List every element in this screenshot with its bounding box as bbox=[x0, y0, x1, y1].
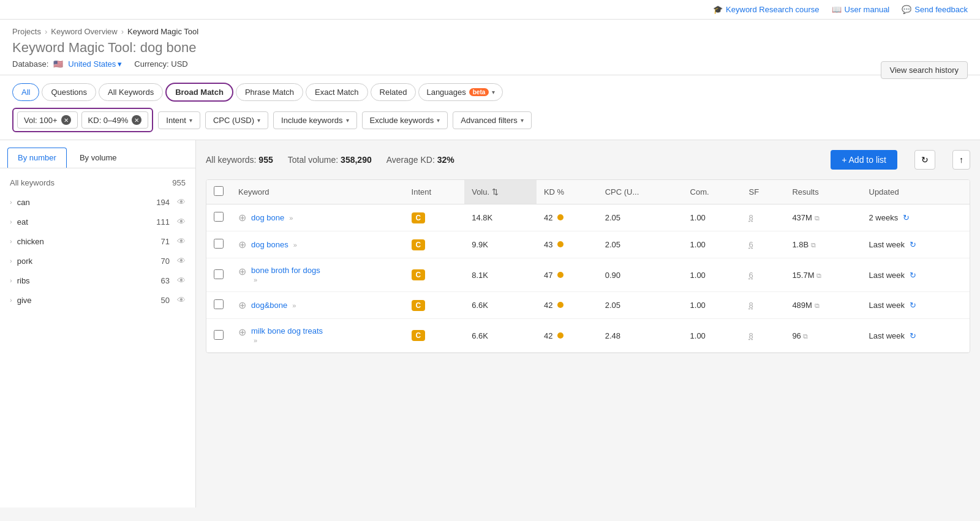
refresh-icon[interactable]: ↻ bbox=[910, 240, 916, 249]
refresh-icon[interactable]: ↻ bbox=[910, 271, 916, 280]
refresh-button[interactable]: ↻ bbox=[914, 150, 935, 170]
refresh-icon[interactable]: ↻ bbox=[910, 331, 916, 340]
add-keyword-icon[interactable]: ⊕ bbox=[238, 266, 246, 277]
country-selector[interactable]: United States ▾ bbox=[68, 59, 122, 69]
table-row: ⊕ dog&bone » C6.6K42 2.051.008489M ⧉Last… bbox=[206, 292, 970, 319]
com-cell: 1.00 bbox=[683, 292, 742, 319]
row-checkbox[interactable] bbox=[214, 239, 224, 249]
sf-value[interactable]: 6 bbox=[749, 271, 753, 280]
cpc-dropdown[interactable]: CPC (USD) ▾ bbox=[205, 111, 268, 129]
row-checkbox[interactable] bbox=[214, 330, 224, 340]
kd-filter-remove[interactable]: ✕ bbox=[132, 115, 141, 125]
results-col-header[interactable]: Results bbox=[785, 180, 861, 204]
add-keyword-icon[interactable]: ⊕ bbox=[238, 299, 246, 311]
advanced-filters-dropdown[interactable]: Advanced filters ▾ bbox=[453, 111, 532, 129]
row-checkbox[interactable] bbox=[214, 299, 224, 309]
tab-broad-match[interactable]: Broad Match bbox=[165, 83, 233, 102]
tab-all[interactable]: All bbox=[12, 83, 39, 101]
keyword-expand-arrows[interactable]: » bbox=[254, 337, 257, 344]
kd-col-header[interactable]: KD % bbox=[537, 180, 598, 204]
sf-col-header[interactable]: SF bbox=[742, 180, 785, 204]
add-to-list-button[interactable]: + Add to list bbox=[831, 150, 897, 170]
results-cell: 15.7M ⧉ bbox=[785, 258, 861, 292]
add-keyword-icon[interactable]: ⊕ bbox=[238, 212, 246, 223]
sf-value[interactable]: 8 bbox=[749, 301, 753, 310]
add-keyword-icon[interactable]: ⊕ bbox=[238, 239, 246, 250]
eye-icon[interactable]: 👁 bbox=[177, 295, 186, 305]
sidebar-tab-by-number[interactable]: By number bbox=[7, 148, 67, 168]
cpc-cell: 2.05 bbox=[598, 292, 683, 319]
tab-phrase-match[interactable]: Phrase Match bbox=[236, 83, 303, 101]
keyword-expand-arrows[interactable]: » bbox=[254, 276, 257, 283]
include-keywords-dropdown[interactable]: Include keywords ▾ bbox=[273, 111, 356, 129]
com-col-header[interactable]: Com. bbox=[683, 180, 742, 204]
eye-icon[interactable]: 👁 bbox=[177, 197, 186, 207]
exclude-keywords-dropdown[interactable]: Exclude keywords ▾ bbox=[362, 111, 448, 129]
user-manual-link[interactable]: 📖 User manual bbox=[832, 5, 890, 14]
languages-dropdown[interactable]: Languages beta ▾ bbox=[418, 83, 503, 101]
keyword-expand-arrows[interactable]: » bbox=[289, 214, 293, 222]
intent-badge: C bbox=[412, 239, 426, 250]
keyword-link[interactable]: dog bones bbox=[251, 240, 288, 249]
content-area: By number By volume All keywords 955 › c… bbox=[0, 140, 980, 508]
sidebar-item-can[interactable]: › can 194 👁 bbox=[0, 192, 195, 212]
eye-icon[interactable]: 👁 bbox=[177, 275, 186, 285]
page-title: Keyword Magic Tool: dog bone bbox=[12, 40, 968, 56]
tab-questions[interactable]: Questions bbox=[42, 83, 96, 101]
updated-col-header[interactable]: Updated bbox=[862, 180, 970, 204]
keyword-expand-arrows[interactable]: » bbox=[293, 241, 297, 249]
sidebar-item-ribs[interactable]: › ribs 63 👁 bbox=[0, 271, 195, 290]
sf-cell: 8 bbox=[742, 319, 785, 353]
table-row: ⊕ milk bone dog treats » C6.6K42 2.481.0… bbox=[206, 319, 970, 353]
cpc-col-header[interactable]: CPC (U... bbox=[598, 180, 683, 204]
sf-value[interactable]: 8 bbox=[749, 331, 753, 340]
keyword-table: Keyword Intent Volu. ⇅ KD % CPC (U... Co… bbox=[206, 179, 970, 353]
sidebar-item-pork[interactable]: › pork 70 👁 bbox=[0, 251, 195, 271]
tab-related[interactable]: Related bbox=[371, 83, 417, 101]
intent-dropdown[interactable]: Intent ▾ bbox=[158, 111, 200, 129]
eye-icon[interactable]: 👁 bbox=[177, 236, 186, 246]
select-all-checkbox[interactable] bbox=[214, 186, 224, 196]
sf-value[interactable]: 8 bbox=[749, 213, 753, 222]
tab-exact-match[interactable]: Exact Match bbox=[306, 83, 368, 101]
kd-indicator bbox=[557, 272, 564, 278]
research-course-link[interactable]: 🎓 Keyword Research course bbox=[713, 5, 819, 14]
keyword-link[interactable]: milk bone dog treats bbox=[251, 326, 323, 335]
vol-filter-chip[interactable]: Vol: 100+ ✕ bbox=[17, 111, 78, 129]
breadcrumb-projects[interactable]: Projects bbox=[12, 27, 41, 36]
intent-col-header[interactable]: Intent bbox=[404, 180, 465, 204]
kd-filter-chip[interactable]: KD: 0–49% ✕ bbox=[81, 111, 149, 129]
refresh-icon[interactable]: ↻ bbox=[910, 301, 916, 310]
keyword-link[interactable]: dog bone bbox=[251, 213, 284, 222]
eye-icon[interactable]: 👁 bbox=[177, 256, 186, 266]
sidebar-item-chicken[interactable]: › chicken 71 👁 bbox=[0, 231, 195, 251]
results-icon: ⧉ bbox=[803, 332, 808, 340]
send-feedback-link[interactable]: 💬 Send feedback bbox=[902, 5, 968, 14]
table-row: ⊕ dog bones » C9.9K43 2.051.0061.8B ⧉Las… bbox=[206, 231, 970, 258]
export-button[interactable]: ↑ bbox=[952, 150, 970, 170]
keyword-expand-arrows[interactable]: » bbox=[292, 302, 296, 309]
sidebar-tab-by-volume[interactable]: By volume bbox=[69, 148, 127, 168]
tab-all-keywords[interactable]: All Keywords bbox=[99, 83, 163, 101]
sidebar-item-eat[interactable]: › eat 111 👁 bbox=[0, 212, 195, 231]
view-history-button[interactable]: View search history bbox=[881, 61, 968, 79]
sidebar-item-give[interactable]: › give 50 👁 bbox=[0, 290, 195, 310]
eye-icon[interactable]: 👁 bbox=[177, 217, 186, 227]
volume-col-header[interactable]: Volu. ⇅ bbox=[464, 180, 537, 204]
sf-value[interactable]: 6 bbox=[749, 240, 753, 249]
refresh-icon[interactable]: ↻ bbox=[903, 213, 910, 222]
chevron-down-icon: ▾ bbox=[189, 117, 192, 124]
breadcrumb-keyword-overview[interactable]: Keyword Overview bbox=[51, 27, 117, 36]
add-keyword-icon[interactable]: ⊕ bbox=[238, 326, 246, 338]
graduation-icon: 🎓 bbox=[713, 5, 723, 14]
vol-filter-remove[interactable]: ✕ bbox=[61, 115, 71, 125]
keyword-col-header[interactable]: Keyword bbox=[231, 180, 404, 204]
com-cell: 1.00 bbox=[683, 204, 742, 231]
row-checkbox[interactable] bbox=[214, 212, 224, 222]
com-cell: 1.00 bbox=[683, 231, 742, 258]
row-checkbox[interactable] bbox=[214, 269, 224, 279]
keyword-link[interactable]: bone broth for dogs bbox=[251, 266, 320, 275]
keyword-link[interactable]: dog&bone bbox=[251, 301, 287, 310]
all-keywords-stat: All keywords: 955 bbox=[206, 155, 273, 165]
total-volume-stat: Total volume: 358,290 bbox=[288, 155, 372, 165]
